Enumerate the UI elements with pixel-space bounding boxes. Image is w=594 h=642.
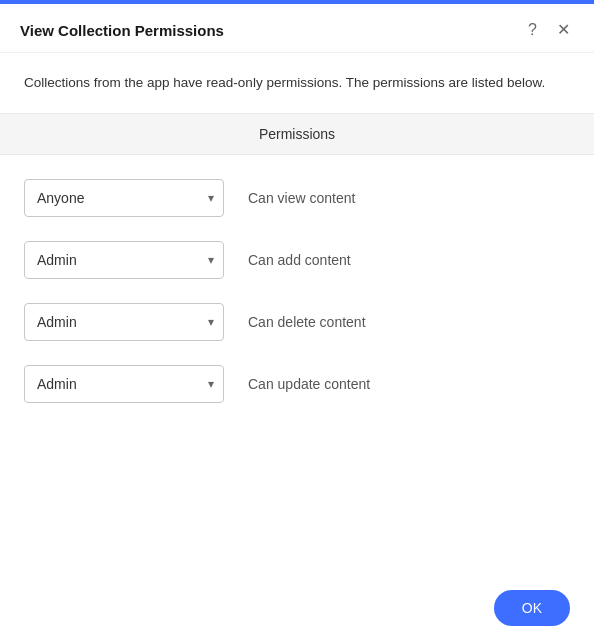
permission-label: Can update content xyxy=(248,376,370,392)
view-collection-permissions-dialog: View Collection Permissions ? ✕ Collecti… xyxy=(0,0,594,642)
permission-label: Can delete content xyxy=(248,314,366,330)
permission-row: AnyoneAdminEditorContributor▾Can view co… xyxy=(24,171,570,225)
permissions-list: AnyoneAdminEditorContributor▾Can view co… xyxy=(0,155,594,427)
permission-select-wrapper-2: AnyoneAdminEditorContributor▾ xyxy=(24,303,224,341)
permissions-section-header: Permissions xyxy=(0,113,594,155)
dialog-header: View Collection Permissions ? ✕ xyxy=(0,4,594,53)
description-text: Collections from the app have read-only … xyxy=(0,53,594,113)
permission-select-wrapper-0: AnyoneAdminEditorContributor▾ xyxy=(24,179,224,217)
permission-row: AnyoneAdminEditorContributor▾Can add con… xyxy=(24,233,570,287)
permission-row: AnyoneAdminEditorContributor▾Can delete … xyxy=(24,295,570,349)
dialog-footer: OK xyxy=(0,574,594,642)
permission-select-wrapper-1: AnyoneAdminEditorContributor▾ xyxy=(24,241,224,279)
permission-select-wrapper-3: AnyoneAdminEditorContributor▾ xyxy=(24,365,224,403)
permission-label: Can add content xyxy=(248,252,351,268)
ok-button[interactable]: OK xyxy=(494,590,570,626)
permission-row: AnyoneAdminEditorContributor▾Can update … xyxy=(24,357,570,411)
permission-select-3[interactable]: AnyoneAdminEditorContributor xyxy=(24,365,224,403)
dialog-body: Collections from the app have read-only … xyxy=(0,53,594,574)
permission-select-2[interactable]: AnyoneAdminEditorContributor xyxy=(24,303,224,341)
permission-select-0[interactable]: AnyoneAdminEditorContributor xyxy=(24,179,224,217)
header-icon-group: ? ✕ xyxy=(524,20,574,40)
permission-select-1[interactable]: AnyoneAdminEditorContributor xyxy=(24,241,224,279)
permission-label: Can view content xyxy=(248,190,355,206)
close-button[interactable]: ✕ xyxy=(553,20,574,40)
help-button[interactable]: ? xyxy=(524,20,541,40)
dialog-title: View Collection Permissions xyxy=(20,22,224,39)
